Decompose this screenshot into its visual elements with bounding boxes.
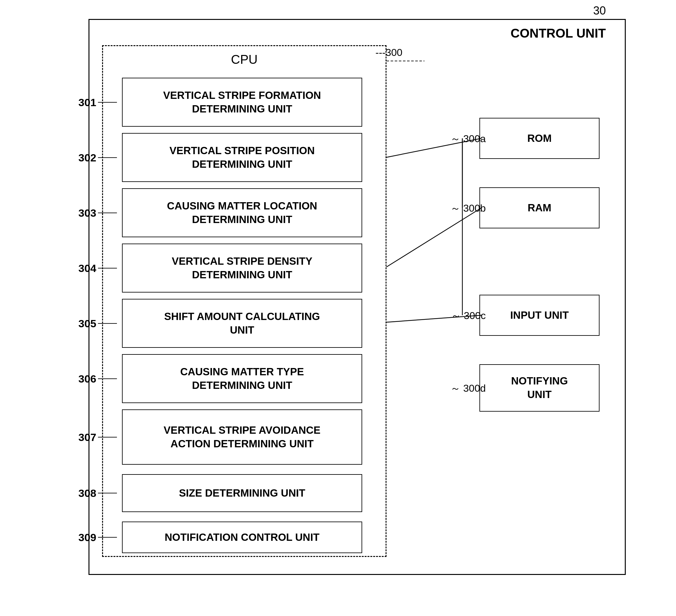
unit-label-308: SIZE DETERMINING UNIT xyxy=(179,487,305,500)
ram-label: RAM xyxy=(527,201,551,215)
rom-label: ROM xyxy=(527,132,552,145)
unit-box-304: VERTICAL STRIPE DENSITYDETERMINING UNIT … xyxy=(122,244,362,293)
ref-300b: ～ 300b xyxy=(450,201,486,215)
ref-300d: ～ 300d xyxy=(450,382,486,395)
ram-box: RAM xyxy=(480,187,600,228)
unit-box-307: VERTICAL STRIPE AVOIDANCEACTION DETERMIN… xyxy=(122,410,362,465)
ref-308: 308 xyxy=(78,486,117,500)
unit-label-304: VERTICAL STRIPE DENSITYDETERMINING UNIT xyxy=(172,255,313,282)
ref-309: 309 xyxy=(78,531,117,544)
ref-301: 301 xyxy=(78,95,117,109)
input-unit-box: INPUT UNIT xyxy=(480,295,600,336)
ref-300c: ～ 300c xyxy=(451,309,486,323)
unit-label-307: VERTICAL STRIPE AVOIDANCEACTION DETERMIN… xyxy=(164,424,321,451)
unit-label-306: CAUSING MATTER TYPEDETERMINING UNIT xyxy=(180,365,304,392)
diagram-container: 30 CONTROL UNIT CPU VERTICAL STRIPE FORM… xyxy=(25,19,651,594)
rom-box: ROM xyxy=(480,118,600,159)
unit-label-309: NOTIFICATION CONTROL UNIT xyxy=(165,531,320,544)
control-unit-box: 30 CONTROL UNIT CPU VERTICAL STRIPE FORM… xyxy=(89,19,626,575)
control-unit-number: 30 xyxy=(593,4,606,17)
unit-box-305: SHIFT AMOUNT CALCULATINGUNIT 305 xyxy=(122,299,362,348)
ref-306: 306 xyxy=(78,371,117,385)
cpu-box: CPU VERTICAL STRIPE FORMATIONDETERMINING… xyxy=(102,45,387,557)
notifying-unit-box: NOTIFYINGUNIT xyxy=(480,364,600,412)
unit-label-301: VERTICAL STRIPE FORMATIONDETERMINING UNI… xyxy=(163,89,321,116)
ref-304: 304 xyxy=(78,261,117,275)
unit-label-305: SHIFT AMOUNT CALCULATINGUNIT xyxy=(164,310,320,337)
unit-label-303: CAUSING MATTER LOCATIONDETERMINING UNIT xyxy=(167,199,317,227)
notifying-unit-label: NOTIFYINGUNIT xyxy=(511,374,568,402)
ref-307: 307 xyxy=(78,430,117,444)
unit-box-309: NOTIFICATION CONTROL UNIT 309 xyxy=(122,521,362,553)
input-unit-label: INPUT UNIT xyxy=(510,309,569,322)
unit-box-308: SIZE DETERMINING UNIT 308 xyxy=(122,474,362,512)
unit-box-306: CAUSING MATTER TYPEDETERMINING UNIT 306 xyxy=(122,354,362,403)
ref-303: 303 xyxy=(78,206,117,220)
cpu-label: CPU xyxy=(103,52,386,67)
control-unit-label: CONTROL UNIT xyxy=(511,26,606,41)
ref-300a: ～ 300a xyxy=(450,132,486,146)
unit-box-302: VERTICAL STRIPE POSITIONDETERMINING UNIT… xyxy=(122,133,362,182)
ref-302: 302 xyxy=(78,150,117,164)
unit-box-301: VERTICAL STRIPE FORMATIONDETERMINING UNI… xyxy=(122,78,362,127)
unit-label-302: VERTICAL STRIPE POSITIONDETERMINING UNIT xyxy=(169,144,315,171)
svg-line-1 xyxy=(387,208,481,267)
cpu-300-label: ---300 xyxy=(376,47,402,58)
unit-box-303: CAUSING MATTER LOCATIONDETERMINING UNIT … xyxy=(122,188,362,237)
ref-305: 305 xyxy=(78,316,117,330)
